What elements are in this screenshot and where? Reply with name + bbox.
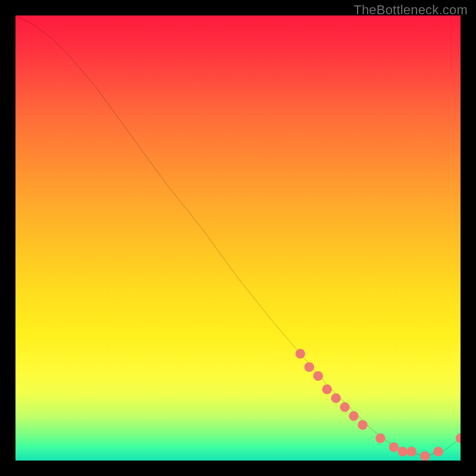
- gradient-plot-area: [15, 15, 461, 461]
- curve-marker: [456, 433, 461, 443]
- curve-marker: [313, 371, 322, 381]
- curve-marker: [398, 447, 408, 456]
- curve-marker: [389, 442, 399, 452]
- curve-marker: [322, 384, 331, 394]
- curve-marker: [420, 451, 430, 461]
- bottleneck-curve: [15, 15, 461, 456]
- curve-marker: [406, 447, 416, 456]
- curve-marker: [304, 362, 314, 372]
- curve-layer: [15, 15, 461, 461]
- curve-markers: [295, 349, 461, 461]
- curve-marker: [358, 420, 367, 430]
- curve-marker: [433, 447, 443, 456]
- curve-marker: [295, 349, 305, 358]
- watermark-label: TheBottleneck.com: [353, 2, 468, 18]
- curve-marker: [349, 411, 358, 421]
- curve-marker: [331, 393, 340, 403]
- chart-frame: TheBottleneck.com: [0, 0, 476, 476]
- curve-marker: [375, 433, 385, 443]
- curve-marker: [340, 402, 349, 412]
